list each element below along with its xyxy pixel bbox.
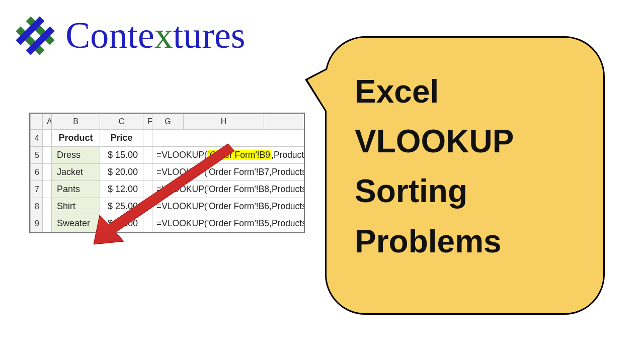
formula-cell: =VLOOKUP('Order Form'!B7,Products	[152, 164, 305, 181]
header-product: Product	[52, 130, 100, 147]
row-header: 9	[31, 215, 43, 232]
product-cell: Sweater	[52, 215, 100, 232]
price-cell: $ 25.00	[100, 198, 143, 215]
header-price: Price	[100, 130, 143, 147]
col-header: G	[152, 114, 184, 130]
product-cell: Dress	[52, 147, 100, 164]
product-cell: Shirt	[52, 198, 100, 215]
row-header: 4	[31, 130, 43, 147]
callout-title: Excel VLOOKUP Sorting Problems	[355, 67, 575, 266]
table-row: 4 Product Price	[31, 130, 305, 147]
formula-cell: =VLOOKUP('Order Form'!B8,Products	[152, 181, 305, 198]
corner-cell	[31, 114, 43, 130]
col-header: F	[143, 114, 152, 130]
table-row: 9 Sweater $ 30.00 =VLOOKUP('Order Form'!…	[31, 215, 305, 232]
highlighted-reference: 'Order Form'!B9	[207, 150, 271, 160]
price-cell: $ 20.00	[100, 164, 143, 181]
col-header: A	[43, 114, 52, 130]
title-callout: Excel VLOOKUP Sorting Problems	[325, 36, 605, 315]
price-cell: $ 15.00	[100, 147, 143, 164]
product-cell: Pants	[52, 181, 100, 198]
product-cell: Jacket	[52, 164, 100, 181]
table-row: 8 Shirt $ 25.00 =VLOOKUP('Order Form'!B6…	[31, 198, 305, 215]
formula-cell: =VLOOKUP('Order Form'!B5,Products	[152, 215, 305, 232]
spreadsheet-grid: A B C F G H I 4 Product Price 5 Dress $ …	[30, 114, 305, 232]
row-header: 7	[31, 181, 43, 198]
col-header: I	[264, 114, 305, 130]
formula-cell: =VLOOKUP('Order Form'!B9,Products	[152, 147, 305, 164]
formula-cell: =VLOOKUP('Order Form'!B6,Products	[152, 198, 305, 215]
col-header: H	[184, 114, 264, 130]
table-row: 7 Pants $ 12.00 =VLOOKUP('Order Form'!B8…	[31, 181, 305, 198]
row-header: 8	[31, 198, 43, 215]
spreadsheet-panel: A B C F G H I 4 Product Price 5 Dress $ …	[29, 113, 305, 233]
price-cell: $ 30.00	[100, 215, 143, 232]
price-cell: $ 12.00	[100, 181, 143, 198]
brand-logo: Contextures	[14, 14, 246, 57]
row-header: 6	[31, 164, 43, 181]
hash-icon	[14, 15, 56, 57]
col-header: C	[100, 114, 143, 130]
table-row: 5 Dress $ 15.00 =VLOOKUP('Order Form'!B9…	[31, 147, 305, 164]
brand-name: Contextures	[65, 14, 246, 57]
col-header: B	[52, 114, 100, 130]
row-header: 5	[31, 147, 43, 164]
table-row: 6 Jacket $ 20.00 =VLOOKUP('Order Form'!B…	[31, 164, 305, 181]
